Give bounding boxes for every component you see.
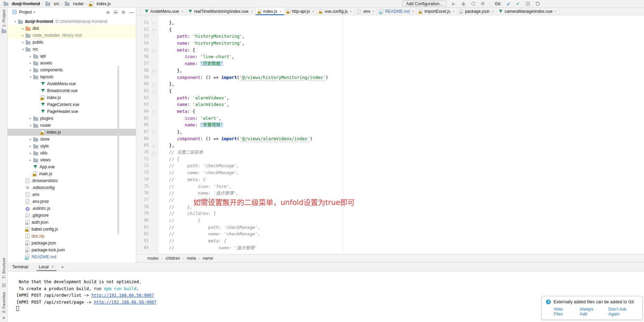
terminal-link[interactable]: http://192.168.66.56:9007 <box>91 293 154 298</box>
close-icon[interactable]: × <box>312 9 314 14</box>
tree-item-src[interactable]: ▾src <box>8 46 136 53</box>
stop-icon[interactable] <box>480 1 485 6</box>
close-icon[interactable]: × <box>452 9 455 14</box>
terminal-link[interactable]: http://192.168.66.56:9007 <box>94 300 157 305</box>
fold-marker-icon[interactable] <box>151 88 157 95</box>
chevron-right-icon[interactable]: ▸ <box>28 152 33 155</box>
view-options-icon[interactable] <box>114 11 117 14</box>
fold-marker-icon[interactable] <box>151 128 157 135</box>
tree-item-readme-md[interactable]: README.md <box>8 253 136 260</box>
chevron-right-icon[interactable]: ▸ <box>20 41 26 44</box>
tree-item-utils[interactable]: ▸utils <box>8 150 136 156</box>
tree-item-app-vue[interactable]: App.vue <box>8 163 136 170</box>
tree-item-public[interactable]: ▸public <box>8 39 136 46</box>
tree-item-dist-zip[interactable]: dist.zip <box>8 233 136 240</box>
tree-item-pagecontent-vue[interactable]: PageContent.vue <box>8 101 136 108</box>
tab-index-js[interactable]: index.js× <box>256 8 284 15</box>
fold-marker-icon[interactable] <box>151 149 157 156</box>
tab-cameramanage-index-vue[interactable]: cameraManage\index.vue× <box>496 8 559 15</box>
tree-item-package-lock-json[interactable]: package-lock.json <box>8 247 136 253</box>
close-icon[interactable]: × <box>250 9 253 14</box>
editor-breadcrumb-item-routes[interactable]: routes <box>147 256 159 261</box>
fold-marker-icon[interactable] <box>151 47 157 54</box>
chevron-right-icon[interactable]: ▸ <box>20 34 26 37</box>
chevron-right-icon[interactable]: ▸ <box>28 55 33 58</box>
tree-item-store[interactable]: ▸store <box>8 136 136 143</box>
tool-window-button-structure[interactable]: 7: Structure <box>2 258 6 278</box>
tree-item-auth-json[interactable]: auth.json <box>8 219 136 226</box>
new-terminal-tab-button[interactable]: + <box>61 264 64 270</box>
locate-file-icon[interactable]: ⊕ <box>106 10 110 15</box>
tree-item-assets[interactable]: ▸assets <box>8 60 136 66</box>
close-icon[interactable]: × <box>350 9 352 14</box>
tree-scrollbar[interactable] <box>117 66 119 234</box>
tree-item-style[interactable]: ▸style <box>8 143 136 150</box>
chevron-right-icon[interactable]: ▸ <box>28 117 33 120</box>
tree-item-eslintrc-js[interactable]: .eslintrc.js <box>8 205 136 212</box>
editor-breadcrumb-item-meta[interactable]: meta <box>187 256 196 261</box>
tab-http-api-js[interactable]: http-api.js× <box>284 8 317 15</box>
tree-item-gitignore[interactable]: .gitignore <box>8 212 136 219</box>
rollback-icon[interactable] <box>535 1 540 6</box>
tab-realtimemonitoring-index-vue[interactable]: realTimeMonitoring\index.vue× <box>186 8 255 15</box>
chevron-down-icon[interactable]: ▾ <box>28 124 33 127</box>
tab-vue-config-js[interactable]: vue.config.js× <box>317 8 355 15</box>
tree-item-layouts[interactable]: ▾layouts <box>8 73 136 80</box>
code-area[interactable]: 51 },52 {53 path: 'historyMonitoring',54… <box>136 19 644 251</box>
close-icon[interactable]: × <box>555 9 557 14</box>
close-icon[interactable]: ✕ <box>51 265 54 269</box>
tree-item-router[interactable]: ▾router <box>8 122 136 129</box>
tree-item-asidemenu-vue[interactable]: AsideMenu.vue <box>8 80 136 87</box>
breadcrumb-item-router[interactable]: router <box>65 1 84 6</box>
settings-gear-icon[interactable]: ⚙ <box>121 10 125 15</box>
close-icon[interactable]: × <box>279 9 281 14</box>
run-with-coverage-icon[interactable] <box>470 1 476 6</box>
tree-item-babel-config-js[interactable]: babel.config.js <box>8 226 136 233</box>
notification-action-always-add[interactable]: Always Add <box>580 307 602 316</box>
chevron-right-icon[interactable]: ▸ <box>28 159 33 162</box>
tree-item-plugins[interactable]: ▸plugins <box>8 115 136 122</box>
fold-marker-icon[interactable] <box>151 81 157 88</box>
tree-item-index-js[interactable]: index.js <box>8 129 136 136</box>
breadcrumb-item-src[interactable]: src <box>45 1 59 6</box>
tree-item-package-json[interactable]: package.json <box>8 240 136 247</box>
editor-breadcrumb-item-children[interactable]: children <box>166 256 180 261</box>
tree-item-api[interactable]: ▸api <box>8 53 136 60</box>
tree-item-env-prod[interactable]: .env.prod <box>8 198 136 205</box>
tree-item-dist[interactable]: ▸dist <box>8 25 136 32</box>
chevron-right-icon[interactable]: ▸ <box>20 27 26 30</box>
close-icon[interactable]: × <box>181 9 183 14</box>
tree-item-editorconfig[interactable]: .editorconfig <box>8 184 136 191</box>
tree-item-browserslistrc[interactable]: .browserslistrc <box>8 177 136 184</box>
add-configuration-button[interactable]: Add Configuration... <box>402 1 447 7</box>
tab-readme-md[interactable]: README.md× <box>377 8 417 15</box>
tree-item-main-js[interactable]: main.js <box>8 170 136 177</box>
tab-asidemenu-vue[interactable]: AsideMenu.vue× <box>142 8 186 15</box>
tree-item-env[interactable]: .env <box>8 191 136 198</box>
run-icon[interactable]: ▶ <box>451 1 456 6</box>
tree-item-views[interactable]: ▸views <box>8 156 136 163</box>
chevron-down-icon[interactable]: ▾ <box>28 75 33 79</box>
fold-marker-icon[interactable] <box>151 19 157 26</box>
breadcrumb-item-index-js[interactable]: index.js <box>89 1 111 6</box>
history-icon[interactable] <box>525 1 530 6</box>
fold-marker-icon[interactable] <box>151 26 157 33</box>
tree-item-pageheader-vue[interactable]: PageHeader.vue <box>8 108 136 115</box>
fold-marker-icon[interactable] <box>151 67 157 74</box>
tab-package-json[interactable]: package.json× <box>457 8 496 15</box>
chevron-right-icon[interactable]: ▸ <box>28 145 33 148</box>
chevron-down-icon[interactable]: ▾ <box>34 11 35 14</box>
chevron-right-icon[interactable]: ▸ <box>28 62 33 65</box>
tool-window-button-favorites[interactable]: 2: Favorites <box>2 292 6 313</box>
chevron-right-icon[interactable]: ▸ <box>28 69 33 72</box>
project-panel-title[interactable]: Project <box>19 10 32 15</box>
close-icon[interactable]: × <box>492 9 494 14</box>
chevron-down-icon[interactable]: ▾ <box>20 48 26 51</box>
notification-action-view-files[interactable]: View Files <box>554 307 573 316</box>
git-commit-icon[interactable]: ✔ <box>515 1 521 6</box>
tree-item-node-modules[interactable]: ▸node_moduleslibrary root <box>8 32 136 39</box>
close-icon[interactable]: × <box>412 9 414 14</box>
tree-item-index-js[interactable]: index.js <box>8 94 136 101</box>
editor-breadcrumb-item-name[interactable]: name <box>203 256 213 261</box>
fold-marker-icon[interactable] <box>151 142 157 149</box>
